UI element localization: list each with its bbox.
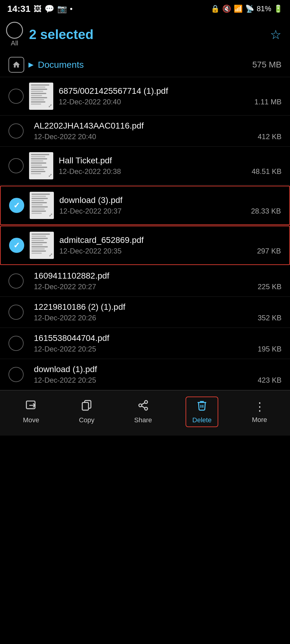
select-all-label: All [11,39,18,47]
status-time: 14:31 [7,4,31,14]
move-label: Move [23,416,39,424]
file-date-8: 12-Dec-2022 20:25 [34,345,96,353]
more-label: More [252,416,267,424]
file-item-1[interactable]: ⤢ 6875/0021425567714 (1).pdf12-Dec-2022 … [0,77,290,116]
file-item-5[interactable]: ✓ ⤢ admitcard_652869.pdf12-Dec-2022 20:3… [0,226,290,265]
file-size-6: 225 KB [258,283,282,291]
file-name-2: AL2202JHA143AAC0116.pdf [34,121,282,131]
file-item-7[interactable]: 12219810186 (2) (1).pdf12-Dec-2022 20:26… [0,297,290,328]
file-thumbnail-3: ⤢ [29,152,53,179]
copy-label: Copy [79,416,94,424]
file-name-3: Hall Ticket.pdf [59,156,282,165]
home-icon[interactable] [8,57,24,73]
file-size-2: 412 KB [258,132,282,141]
file-info-2: AL2202JHA143AAC0116.pdf12-Dec-2022 20:40… [34,121,282,141]
star-button[interactable]: ☆ [270,27,282,42]
file-item-9[interactable]: download (1).pdf12-Dec-2022 20:25423 KB [0,359,290,390]
file-checkbox-1[interactable] [8,89,24,104]
file-date-9: 12-Dec-2022 20:25 [34,376,96,384]
file-size-7: 352 KB [258,314,282,322]
folder-name[interactable]: Documents [38,60,84,70]
file-meta-6: 12-Dec-2022 20:27225 KB [34,283,282,291]
breadcrumb-left: ▶ Documents [8,57,84,73]
file-name-7: 12219810186 (2) (1).pdf [34,302,282,312]
selected-count: 2 selected [29,27,94,42]
move-icon [25,400,37,414]
file-thumbnail-4: ⤢ [30,192,54,219]
file-checkbox-8[interactable] [8,336,24,351]
svg-line-6 [141,406,145,408]
file-info-5: admitcard_652869.pdf12-Dec-2022 20:35297… [59,235,281,255]
file-name-9: download (1).pdf [34,364,282,374]
notification-icon: 📷 [57,4,67,14]
more-icon: ⋮ [254,400,265,414]
file-item-6[interactable]: 1609411102882.pdf12-Dec-2022 20:27225 KB [0,266,290,297]
file-info-1: 6875/0021425567714 (1).pdf12-Dec-2022 20… [59,86,282,106]
mute-icon: 🔇 [222,5,231,13]
move-button[interactable]: Move [17,397,45,427]
file-date-6: 12-Dec-2022 20:27 [34,283,96,291]
svg-rect-2 [82,403,89,410]
file-item-3[interactable]: ⤢ Hall Ticket.pdf12-Dec-2022 20:3848.51 … [0,147,290,185]
file-size-1: 1.11 MB [255,98,282,106]
file-name-1: 6875/0021425567714 (1).pdf [59,86,282,96]
breadcrumb-arrow: ▶ [28,61,34,69]
file-name-4: download (3).pdf [59,195,281,205]
gallery-icon: 🖼 [34,4,41,14]
file-checkbox-4[interactable]: ✓ [9,198,24,213]
battery-icon: 🔋 [274,5,283,13]
file-meta-3: 12-Dec-2022 20:3848.51 KB [59,167,282,176]
file-checkbox-7[interactable] [8,305,24,320]
bottom-bar: Move Copy Share D [0,390,290,436]
file-checkbox-2[interactable] [8,123,24,139]
file-size-3: 48.51 KB [252,167,282,176]
file-checkbox-3[interactable] [8,158,24,173]
header-left: All 2 selected [6,22,94,47]
wifi-icon: 📶 [234,5,243,13]
file-name-6: 1609411102882.pdf [34,271,282,281]
svg-point-5 [144,407,147,410]
file-date-1: 12-Dec-2022 20:40 [59,98,121,106]
file-checkbox-6[interactable] [8,273,24,289]
status-right: 🔒 🔇 📶 📡 81% 🔋 [211,5,283,13]
status-left: 14:31 🖼 💬 📷 • [7,4,73,14]
selection-header: All 2 selected ☆ [0,16,290,53]
share-icon [137,400,149,414]
expand-icon: ⤢ [49,252,53,258]
file-item-8[interactable]: 1615538044704.pdf12-Dec-2022 20:25195 KB [0,328,290,359]
file-info-8: 1615538044704.pdf12-Dec-2022 20:25195 KB [34,333,282,353]
checkmark-icon: ✓ [13,201,20,210]
file-meta-5: 12-Dec-2022 20:35297 KB [59,247,281,255]
file-name-8: 1615538044704.pdf [34,333,282,343]
whatsapp-icon: 💬 [44,4,54,14]
svg-point-4 [139,404,142,407]
file-checkbox-9[interactable] [8,367,24,382]
file-meta-4: 12-Dec-2022 20:3728.33 KB [59,207,281,215]
file-date-4: 12-Dec-2022 20:37 [59,207,121,215]
more-button[interactable]: ⋮ More [246,398,273,426]
expand-icon: ⤢ [49,212,53,218]
folder-size: 575 MB [252,60,282,70]
dot-icon: • [70,4,73,14]
file-item-4[interactable]: ✓ ⤢ download (3).pdf12-Dec-2022 20:3728.… [0,186,290,225]
file-size-9: 423 KB [258,376,282,384]
file-list: ⤢ 6875/0021425567714 (1).pdf12-Dec-2022 … [0,77,290,390]
file-size-4: 28.33 KB [251,207,281,215]
file-info-3: Hall Ticket.pdf12-Dec-2022 20:3848.51 KB [59,156,282,176]
expand-icon: ⤢ [48,103,52,109]
copy-icon [81,400,92,414]
file-date-2: 12-Dec-2022 20:40 [34,132,96,141]
lock-icon: 🔒 [211,5,220,13]
file-date-5: 12-Dec-2022 20:35 [59,247,121,255]
file-date-3: 12-Dec-2022 20:38 [59,167,121,176]
file-item-2[interactable]: AL2202JHA143AAC0116.pdf12-Dec-2022 20:40… [0,116,290,147]
share-button[interactable]: Share [128,397,158,427]
delete-button[interactable]: Delete [186,397,218,427]
file-info-7: 12219810186 (2) (1).pdf12-Dec-2022 20:26… [34,302,282,322]
status-bar: 14:31 🖼 💬 📷 • 🔒 🔇 📶 📡 81% 🔋 [0,0,290,16]
file-meta-8: 12-Dec-2022 20:25195 KB [34,345,282,353]
select-all-button[interactable] [6,22,23,39]
file-checkbox-5[interactable]: ✓ [9,238,24,253]
copy-button[interactable]: Copy [73,397,101,427]
svg-line-7 [141,403,145,404]
